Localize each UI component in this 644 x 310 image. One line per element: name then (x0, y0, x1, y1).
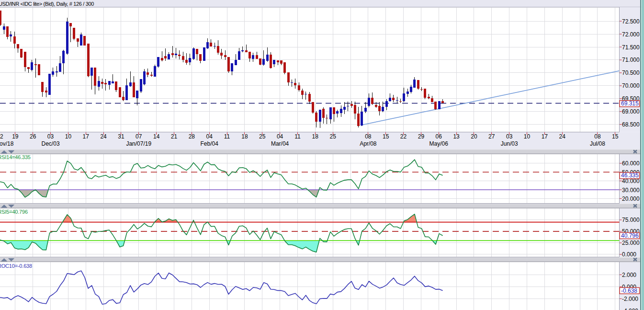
svg-text:69.315: 69.315 (621, 100, 639, 107)
svg-text:26: 26 (30, 133, 36, 140)
svg-text:18: 18 (241, 133, 248, 140)
svg-text:Nov/18: Nov/18 (0, 140, 14, 147)
svg-text:31: 31 (118, 133, 124, 140)
svg-text:27: 27 (488, 133, 495, 140)
svg-text:10: 10 (65, 133, 72, 140)
svg-text:24: 24 (100, 133, 107, 140)
svg-text:RSI14=46.335: RSI14=46.335 (0, 154, 31, 160)
svg-text:60.000: 60.000 (622, 160, 640, 167)
svg-text:75.000: 75.000 (622, 217, 640, 223)
svg-text:68.500: 68.500 (622, 121, 640, 128)
svg-text:May/06: May/06 (429, 140, 449, 147)
svg-text:22: 22 (400, 133, 407, 140)
svg-text:07: 07 (136, 133, 142, 140)
svg-text:17: 17 (542, 133, 548, 140)
svg-text:70.000: 70.000 (622, 82, 640, 89)
svg-text:15: 15 (612, 133, 619, 140)
svg-text:10: 10 (524, 133, 531, 140)
svg-text:Mar/04: Mar/04 (271, 140, 289, 147)
svg-text:06: 06 (436, 133, 442, 140)
svg-text:71.500: 71.500 (622, 44, 640, 51)
svg-text:Apr/08: Apr/08 (360, 140, 377, 147)
svg-text:11: 11 (294, 133, 301, 140)
svg-text:70.500: 70.500 (622, 69, 640, 76)
svg-text:Dec/03: Dec/03 (42, 140, 60, 147)
svg-text:04: 04 (206, 133, 213, 140)
svg-text:-0.638: -0.638 (621, 287, 637, 294)
svg-text:69.000: 69.000 (622, 108, 640, 115)
svg-text:30.000: 30.000 (622, 187, 640, 194)
svg-text:03: 03 (47, 133, 54, 140)
svg-text:17: 17 (83, 133, 90, 140)
svg-text:12: 12 (0, 133, 3, 140)
svg-text:18: 18 (312, 133, 319, 140)
svg-text:46.335: 46.335 (621, 172, 639, 179)
svg-text:72.000: 72.000 (622, 31, 640, 38)
svg-text:25: 25 (259, 133, 266, 140)
svg-text:28: 28 (189, 133, 195, 140)
svg-text:0.000: 0.000 (622, 251, 636, 258)
svg-text:ROC10=-0.638: ROC10=-0.638 (0, 263, 32, 269)
svg-text:Jan/07/19: Jan/07/19 (126, 140, 151, 147)
svg-text:25: 25 (329, 133, 336, 140)
svg-text:20: 20 (471, 133, 477, 140)
svg-text:11: 11 (224, 133, 230, 140)
svg-text:14: 14 (153, 133, 160, 140)
svg-text:-2.000: -2.000 (622, 296, 638, 302)
svg-text:RSI5=40.796: RSI5=40.796 (0, 209, 28, 215)
svg-text:08: 08 (594, 133, 601, 140)
svg-text:Jun/03: Jun/03 (501, 140, 518, 147)
svg-text:USD/INR <IDC lite> (Bid), Dail: USD/INR <IDC lite> (Bid), Daily, # 126 /… (0, 1, 94, 7)
svg-text:24: 24 (559, 133, 566, 140)
svg-text:21: 21 (171, 133, 178, 140)
svg-text:Feb/04: Feb/04 (201, 140, 219, 147)
svg-text:2.000: 2.000 (622, 272, 636, 278)
svg-text:40.796: 40.796 (621, 232, 639, 239)
svg-text:04: 04 (277, 133, 283, 140)
svg-text:03: 03 (506, 133, 513, 140)
svg-text:72.500: 72.500 (622, 18, 640, 25)
svg-text:08: 08 (365, 133, 372, 140)
svg-text:20.000: 20.000 (622, 195, 640, 202)
svg-text:13: 13 (453, 133, 460, 140)
svg-text:15: 15 (383, 133, 389, 140)
svg-text:71.000: 71.000 (622, 57, 640, 63)
svg-text:Jul/08: Jul/08 (590, 140, 605, 147)
svg-text:19: 19 (12, 133, 19, 140)
svg-text:29: 29 (418, 133, 425, 140)
svg-text:-4.000: -4.000 (622, 308, 638, 310)
svg-text:25.000: 25.000 (622, 240, 640, 246)
